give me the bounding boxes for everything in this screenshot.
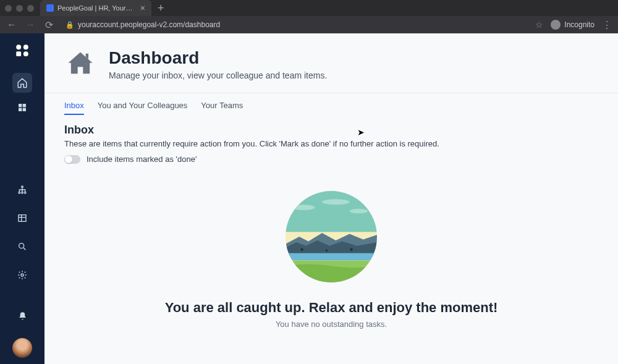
empty-state-title: You are all caught up. Relax and enjoy t…	[165, 300, 498, 316]
svg-point-17	[322, 199, 349, 205]
gear-icon	[17, 270, 27, 280]
sidebar-item-home[interactable]	[12, 73, 32, 93]
sidebar-item-settings[interactable]	[12, 265, 32, 285]
incognito-icon	[551, 20, 561, 30]
browser-menu-icon[interactable]: ⋮	[602, 19, 612, 31]
include-done-label: Include items marked as 'done'	[87, 154, 197, 164]
svg-point-13	[19, 243, 24, 248]
sidebar-item-apps[interactable]	[12, 98, 32, 117]
inbox-description: These are items that currently require a…	[64, 139, 598, 148]
sidebar-item-org[interactable]	[12, 180, 32, 200]
reload-icon[interactable]: ⟳	[43, 19, 54, 31]
app-sidebar	[0, 33, 44, 364]
home-icon	[17, 77, 28, 88]
browser-toolbar: ← → ⟳ 🔒 youraccount.peoplegoal-v2.com/da…	[0, 16, 618, 33]
svg-point-16	[293, 205, 315, 210]
browser-tab-strip: PeopleGoal | HR, Your Way. × +	[0, 0, 618, 16]
tab-inbox[interactable]: Inbox	[64, 101, 84, 115]
app-logo-icon	[14, 42, 31, 59]
bell-icon	[18, 311, 27, 321]
org-chart-icon	[17, 185, 27, 195]
url-text: youraccount.peoplegoal-v2.com/dashboard	[78, 20, 220, 29]
avatar-image	[12, 338, 32, 358]
svg-rect-12	[19, 215, 26, 222]
svg-rect-20	[286, 253, 377, 261]
inbox-heading: Inbox	[64, 124, 598, 137]
svg-rect-5	[23, 104, 26, 107]
svg-point-1	[23, 44, 28, 49]
grid-icon	[17, 103, 27, 112]
empty-state: You are all caught up. Relax and enjoy t…	[44, 172, 618, 341]
svg-point-22	[300, 248, 303, 251]
forward-icon[interactable]: →	[25, 19, 36, 30]
window-controls	[5, 5, 34, 12]
empty-state-subtitle: You have no outstanding tasks.	[276, 320, 387, 329]
main-content: Dashboard Manage your inbox, view your c…	[44, 33, 618, 364]
page-title: Dashboard	[109, 48, 327, 68]
svg-point-14	[21, 274, 23, 276]
page-header: Dashboard Manage your inbox, view your c…	[44, 33, 618, 93]
tab-colleagues[interactable]: You and Your Colleagues	[98, 101, 188, 115]
sidebar-item-reports[interactable]	[12, 208, 32, 228]
svg-rect-2	[16, 51, 21, 56]
lock-icon: 🔒	[66, 21, 74, 29]
address-bar[interactable]: 🔒 youraccount.peoplegoal-v2.com/dashboar…	[62, 20, 528, 29]
window-maximize[interactable]	[27, 5, 34, 12]
incognito-label: Incognito	[564, 20, 595, 29]
window-minimize[interactable]	[16, 5, 23, 12]
incognito-badge[interactable]: Incognito	[551, 20, 595, 30]
new-tab-button[interactable]: +	[158, 2, 164, 15]
tab-close-icon[interactable]: ×	[140, 3, 145, 13]
sidebar-item-search[interactable]	[12, 237, 32, 256]
svg-point-8	[22, 186, 23, 188]
content-tabs: Inbox You and Your Colleagues Your Teams	[44, 93, 618, 115]
svg-point-9	[19, 192, 20, 193]
svg-rect-7	[23, 108, 26, 111]
svg-point-24	[326, 249, 328, 252]
include-done-toggle[interactable]	[64, 155, 80, 164]
house-icon	[64, 48, 96, 80]
user-avatar[interactable]	[12, 338, 32, 358]
inbox-section: Inbox These are items that currently req…	[44, 115, 618, 172]
svg-rect-6	[19, 108, 22, 111]
tab-favicon	[46, 4, 54, 12]
svg-rect-3	[23, 51, 28, 56]
svg-point-0	[16, 44, 21, 49]
bookmark-star-icon[interactable]: ☆	[535, 20, 543, 30]
svg-point-11	[24, 192, 26, 193]
svg-rect-4	[19, 104, 22, 107]
include-done-row: Include items marked as 'done'	[64, 154, 598, 164]
window-close[interactable]	[5, 5, 12, 12]
tab-title: PeopleGoal | HR, Your Way.	[57, 4, 134, 12]
search-icon	[17, 242, 27, 252]
table-icon	[17, 213, 27, 223]
svg-point-18	[350, 209, 368, 213]
sidebar-item-notifications[interactable]	[12, 306, 32, 326]
tab-teams[interactable]: Your Teams	[201, 101, 243, 115]
svg-point-10	[22, 192, 23, 193]
page-subtitle: Manage your inbox, view your colleague a…	[109, 70, 327, 80]
browser-tab[interactable]: PeopleGoal | HR, Your Way. ×	[40, 0, 151, 16]
back-icon[interactable]: ←	[6, 19, 17, 30]
empty-state-illustration	[286, 191, 377, 282]
svg-point-23	[350, 248, 352, 251]
